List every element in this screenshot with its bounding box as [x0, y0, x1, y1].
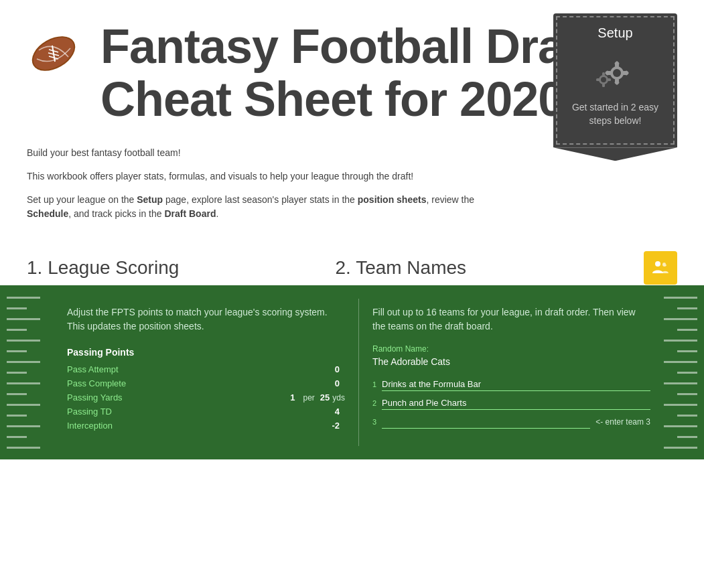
step1-number: 1.	[27, 257, 48, 278]
team-input-2[interactable]	[382, 396, 650, 410]
yard-marker-right	[677, 329, 697, 331]
yard-marker	[7, 447, 40, 449]
yard-marker	[7, 340, 40, 342]
team-input-3[interactable]	[382, 415, 590, 429]
scoring-row-pass-complete: Pass Complete 0	[67, 378, 345, 388]
yard-marker	[7, 382, 40, 384]
yard-marker	[7, 393, 27, 395]
scoring-column: Adjust the FPTS points to match your lea…	[54, 285, 358, 459]
interception-label: Interception	[67, 421, 326, 431]
yard-marker	[7, 307, 27, 309]
yard-marker-right	[677, 393, 697, 395]
steps-header: 1. League Scoring 2. Team Names	[0, 244, 704, 285]
step2-number: 2.	[336, 257, 356, 278]
step2-label: Team Names	[356, 257, 466, 278]
football-icon	[27, 20, 80, 83]
team-names-icon-button[interactable]	[644, 251, 677, 285]
yard-marker	[7, 372, 27, 374]
svg-point-22	[655, 261, 660, 267]
yard-marker-right	[677, 372, 697, 374]
scoring-row-passing-yards: Passing Yards 1 per 25 yds	[67, 392, 345, 402]
team-num-1: 1	[372, 380, 382, 388]
yard-marker-right	[664, 404, 697, 406]
desc-line-3: Set up your league on the Setup page, ex…	[27, 193, 496, 221]
team-num-2: 2	[372, 399, 382, 407]
setup-banner: Setup	[553, 13, 677, 147]
scoring-row-passing-td: Passing TD 4	[67, 407, 345, 417]
svg-rect-25	[666, 261, 667, 265]
green-content: Adjust the FPTS points to match your lea…	[54, 285, 664, 459]
svg-point-17	[601, 77, 606, 82]
team-3-hint: <- enter team 3	[595, 417, 650, 427]
team-num-3: 3	[372, 418, 382, 426]
yard-markers-left	[0, 285, 54, 459]
description-area: Build your best fantasy football team! T…	[0, 139, 522, 244]
schedule-link: Schedule	[27, 208, 68, 219]
pass-complete-value: 0	[326, 378, 340, 388]
yard-markers-right	[664, 285, 704, 459]
passing-yards-label: Passing Yards	[67, 392, 282, 402]
draft-board-link: Draft Board	[164, 208, 216, 219]
random-name-value: The Adorable Cats	[372, 356, 650, 367]
interception-value: -2	[326, 421, 340, 431]
yard-marker-right	[664, 447, 697, 449]
svg-rect-19	[602, 83, 605, 87]
yard-marker	[7, 350, 27, 352]
random-name-label: Random Name:	[372, 344, 650, 354]
desc-line-1: Build your best fantasy football team!	[27, 146, 496, 160]
setup-link: Setup	[137, 194, 163, 205]
step2-title: 2. Team Names	[336, 250, 644, 285]
yard-marker	[7, 425, 40, 427]
yard-marker-right	[664, 425, 697, 427]
gear-icon	[589, 54, 642, 94]
passing-yards-num: 25	[320, 392, 330, 402]
passing-yards-unit: yds	[332, 393, 345, 402]
team-entry-2: 2	[372, 396, 650, 410]
yard-marker-right	[677, 307, 697, 309]
yard-marker-right	[677, 350, 697, 352]
yard-marker	[7, 297, 40, 299]
scoring-category: Passing Points	[67, 347, 345, 358]
yard-marker-right	[677, 436, 697, 438]
teams-column: Fill out up to 16 teams for your league,…	[359, 285, 664, 459]
step1-label: League Scoring	[48, 257, 179, 278]
svg-rect-18	[602, 72, 605, 76]
header-area: Fantasy Football Draft Cheat Sheet for 2…	[0, 0, 704, 139]
yard-marker-right	[664, 340, 697, 342]
yard-marker	[7, 436, 27, 438]
yard-marker	[7, 329, 27, 331]
scoring-row-interception: Interception -2	[67, 421, 345, 431]
yard-marker-right	[664, 318, 697, 320]
scoring-row-pass-attempt: Pass Attempt 0	[67, 364, 345, 374]
svg-rect-21	[607, 78, 611, 81]
position-link: position sheets	[358, 194, 427, 205]
teams-description: Fill out up to 16 teams for your league,…	[372, 305, 650, 334]
team-input-1[interactable]	[382, 378, 650, 391]
setup-subtitle: Get started in 2 easy steps below!	[564, 101, 666, 127]
yard-marker-right	[677, 415, 697, 417]
pass-attempt-value: 0	[326, 364, 340, 374]
step1-title: 1. League Scoring	[27, 250, 336, 285]
passing-yards-per: per	[303, 393, 315, 402]
desc-line-2: This workbook offers player stats, formu…	[27, 169, 496, 183]
team-entry-3: 3 <- enter team 3	[372, 415, 650, 429]
yard-marker-right	[664, 297, 697, 299]
yard-marker	[7, 404, 40, 406]
yard-marker	[7, 361, 40, 363]
passing-yards-value: 1	[282, 392, 295, 402]
yard-marker	[7, 415, 27, 417]
svg-rect-20	[596, 78, 600, 81]
svg-point-7	[613, 69, 621, 77]
green-scoring-area: Adjust the FPTS points to match your lea…	[0, 285, 704, 459]
yard-marker-right	[664, 361, 697, 363]
setup-banner-title: Setup	[564, 25, 666, 41]
passing-td-label: Passing TD	[67, 407, 326, 417]
people-icon	[651, 259, 670, 277]
yard-marker-right	[664, 382, 697, 384]
pass-attempt-label: Pass Attempt	[67, 364, 326, 374]
team-entry-1: 1	[372, 378, 650, 391]
yard-marker	[7, 318, 40, 320]
passing-td-value: 4	[326, 407, 340, 417]
scoring-description: Adjust the FPTS points to match your lea…	[67, 305, 345, 334]
pass-complete-label: Pass Complete	[67, 378, 326, 388]
